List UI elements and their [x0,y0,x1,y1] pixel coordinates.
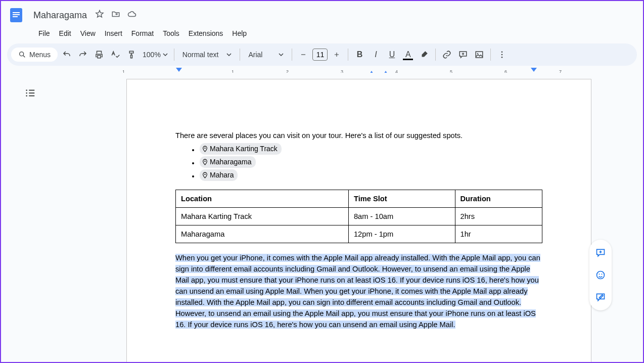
location-chip[interactable]: Mahara [200,169,238,181]
table-header[interactable]: Location [176,190,349,208]
menubar: File Edit View Insert Format Tools Exten… [7,26,637,43]
paint-format-button[interactable] [124,48,139,62]
toolbar: Menus 100% Normal text Arial 11 B I U A [7,43,637,66]
separator [292,49,292,61]
selected-text[interactable]: When you get your iPhone, it comes with … [175,254,540,329]
insert-link-button[interactable] [440,48,454,62]
list-item[interactable]: Mahara Karting Track [200,143,542,155]
selected-paragraph[interactable]: When you get your iPhone, it comes with … [175,252,542,330]
separator [240,49,240,61]
redo-button[interactable] [76,48,90,62]
outline-toggle-button[interactable] [22,85,38,101]
style-label: Normal text [182,51,219,59]
location-chip[interactable]: Maharagama [200,156,256,168]
chevron-down-icon [279,52,284,57]
separator [490,49,491,61]
svg-point-8 [501,54,503,56]
schedule-table[interactable]: Location Time Slot Duration Mahara Karti… [175,190,542,243]
paragraph-style-dropdown[interactable]: Normal text [178,51,236,59]
star-icon[interactable] [95,10,104,21]
svg-point-6 [477,53,478,54]
table-cell[interactable]: 2hrs [455,208,542,225]
bold-button[interactable]: B [352,48,366,62]
table-cell[interactable]: Mahara Karting Track [176,208,349,225]
svg-rect-2 [13,14,20,15]
title-icons [95,10,136,21]
svg-point-11 [26,89,27,91]
menu-insert[interactable]: Insert [101,27,126,39]
table-cell[interactable]: 8am - 10am [348,208,455,225]
menu-file[interactable]: File [34,27,54,39]
document-canvas: There are several places you can visit o… [6,73,638,362]
zoom-control[interactable]: 100% [141,51,170,59]
location-chip[interactable]: Mahara Karting Track [200,143,282,155]
table-header[interactable]: Duration [455,190,542,208]
separator [348,49,348,61]
undo-button[interactable] [60,48,74,62]
menu-extensions[interactable]: Extensions [185,27,227,39]
svg-point-17 [597,271,605,279]
menu-view[interactable]: View [76,27,100,39]
chevron-down-icon [163,52,168,57]
table-row[interactable]: Maharagama 12pm - 1pm 1hr [176,225,542,243]
svg-rect-1 [13,12,20,13]
location-pin-icon [202,159,208,165]
floating-tools [589,240,612,310]
separator [174,49,174,61]
separator [435,49,436,61]
move-icon[interactable] [111,10,120,21]
print-button[interactable] [92,48,106,62]
intro-paragraph[interactable]: There are several places you can visit o… [175,130,542,141]
more-button[interactable] [495,48,509,62]
table-row[interactable]: Mahara Karting Track 8am - 10am 2hrs [176,208,542,225]
app-header: Maharagama File Edit View Insert Format … [1,1,643,43]
svg-point-15 [204,161,205,162]
emoji-reaction-button[interactable] [591,266,610,284]
underline-button[interactable]: U [385,48,399,62]
docs-logo-icon[interactable] [7,6,25,24]
font-dropdown[interactable]: Arial [244,51,288,59]
svg-point-12 [26,93,27,94]
bullet-list[interactable]: Mahara Karting Track Maharagama Mahara [175,143,542,182]
menu-edit[interactable]: Edit [55,27,75,39]
location-pin-icon [202,172,208,178]
menus-search[interactable]: Menus [11,48,58,62]
add-comment-float-button[interactable] [591,244,610,262]
add-comment-button[interactable] [456,48,470,62]
list-item[interactable]: Maharagama [200,156,542,168]
list-item[interactable]: Mahara [200,169,542,182]
italic-button[interactable]: I [369,48,383,62]
menu-help[interactable]: Help [228,27,251,39]
svg-point-19 [602,274,603,275]
table-header-row[interactable]: Location Time Slot Duration [176,190,542,208]
svg-point-16 [204,174,205,175]
menu-tools[interactable]: Tools [159,27,183,39]
suggest-edits-button[interactable] [591,288,610,306]
table-header[interactable]: Time Slot [348,190,455,208]
zoom-value: 100% [143,51,161,59]
chevron-down-icon [226,52,232,57]
insert-image-button[interactable] [472,48,486,62]
decrease-font-button[interactable] [296,48,310,62]
menu-format[interactable]: Format [127,27,158,39]
table-cell[interactable]: 1hr [455,225,542,243]
font-size-control: 11 [296,48,344,62]
document-content[interactable]: There are several places you can visit o… [175,130,542,330]
svg-point-4 [20,52,24,56]
svg-point-9 [501,57,503,58]
location-pin-icon [202,146,208,152]
document-title[interactable]: Maharagama [30,9,90,22]
font-size-input[interactable]: 11 [312,49,328,61]
svg-point-14 [204,148,205,149]
table-cell[interactable]: 12pm - 1pm [348,225,455,243]
spellcheck-button[interactable] [108,48,122,62]
table-cell[interactable]: Maharagama [176,225,349,243]
highlight-button[interactable] [417,48,431,62]
title-row: Maharagama [7,4,637,26]
cloud-icon[interactable] [127,10,136,21]
increase-font-button[interactable] [330,48,344,62]
menus-search-label: Menus [29,51,51,59]
svg-point-13 [26,95,27,97]
document-page[interactable]: There are several places you can visit o… [126,79,591,362]
text-color-button[interactable]: A [401,48,415,62]
